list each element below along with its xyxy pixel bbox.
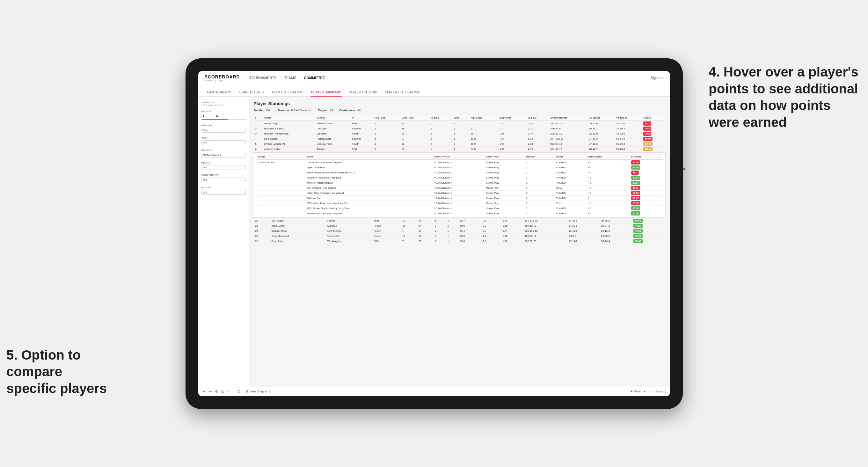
watch-chevron: ▾ [644, 390, 645, 393]
logo-sub: Powered by clippd [205, 80, 240, 82]
nav-items: TOURNAMENTS TEAMS COMMITTEE [250, 74, 325, 81]
annotation-right: 4. Hover over a player's points to see a… [709, 64, 862, 131]
hover-col-points: W Points [629, 154, 663, 160]
col-avg-par: Avg to Par [498, 115, 526, 121]
col-vs50: Vs Top 50 [615, 115, 642, 121]
no-rds-min-input[interactable] [202, 114, 210, 118]
share-button[interactable]: ↑ Share [651, 389, 665, 394]
hover-points-badge[interactable]: 73.33 [631, 176, 641, 180]
points-badge[interactable]: 76.2 [643, 127, 651, 131]
player-label: Player [202, 186, 246, 189]
tab-team-h2h-heatmap[interactable]: TEAM H2H HEATMAP [271, 89, 304, 97]
copy-icon[interactable]: ⧉ [221, 390, 224, 394]
tab-player-h2h-grid[interactable]: PLAYER H2H GRID [348, 89, 378, 97]
redo-icon[interactable]: ↪ [209, 390, 212, 394]
slider-fill [202, 119, 228, 120]
page-title: Player Standings [254, 101, 665, 106]
filter-region: Region: All [318, 109, 333, 112]
undo-icon[interactable]: ↩ [203, 390, 206, 394]
slider-track[interactable] [202, 119, 246, 120]
col-avg-sg: Avg SG [526, 115, 549, 121]
points-badge[interactable]: 58.18 [643, 147, 652, 151]
points-badge[interactable]: 38.49 [633, 239, 643, 243]
conference-section: Conference (All) [202, 174, 246, 182]
col-wins: Wins [452, 115, 469, 121]
filter-division: Division: NCAA Division I [278, 109, 312, 112]
tab-team-summary[interactable]: TEAM SUMMARY [205, 89, 232, 97]
no-rds-max-input[interactable] [215, 114, 223, 118]
watch-button[interactable]: 👁 Watch ▾ [628, 389, 647, 394]
hover-points-badge[interactable]: 16.50 [631, 191, 641, 195]
main-content: Update time: 27/03/2024 16:56:26 No Rds.… [198, 97, 670, 387]
more-icon[interactable]: ⋯ [227, 390, 230, 394]
col-points: Points [642, 115, 665, 121]
conference-select[interactable]: (All) [202, 178, 246, 182]
hover-points-badge[interactable]: 22.64 [631, 160, 641, 164]
sidebar: Update time: 27/03/2024 16:56:26 No Rds.… [198, 97, 249, 387]
hover-table-row: Southern Highlands Collegiate NCAA Divis… [257, 175, 663, 180]
clock-icon[interactable]: ⏱ [237, 390, 241, 393]
region-select[interactable]: N/A [202, 165, 246, 170]
division-section: Division NCAA Division I [202, 149, 246, 157]
hover-points-badge[interactable]: 66.40 [631, 211, 641, 216]
hover-col-status: Status [554, 154, 587, 160]
sign-out-link[interactable]: Sign out [651, 76, 663, 80]
nav-teams[interactable]: TEAMS [284, 74, 296, 81]
points-badge[interactable]: 60.49 [643, 142, 652, 146]
tab-player-summary[interactable]: PLAYER SUMMARY [310, 89, 342, 97]
table-row: 25 Cole Sherwood Vanderbilt Fourth 12 23… [254, 234, 665, 239]
hover-table-row: Wake Forest Invitational at Pinehurst No… [257, 170, 663, 175]
hover-points-badge[interactable]: 57.57 [631, 181, 641, 185]
bottom-bar: ↩ ↪ ⚙ ⧉ ⋯ ⏱ ⊞ View: Original 👁 Watch ▾ ↑… [198, 387, 670, 396]
hover-points-badge[interactable]: 48.7 [631, 170, 639, 175]
tab-player-h2h-heatmap[interactable]: PLAYER H2H HEATMAP [384, 89, 421, 97]
points-badge[interactable]: 39.95 [633, 234, 643, 238]
hover-points-badge[interactable]: 56.38 [631, 206, 641, 210]
hover-points-badge[interactable]: 25.38 [631, 201, 641, 205]
separator [234, 389, 234, 394]
hover-points-badge[interactable]: 24.11 [631, 186, 641, 190]
hover-points-badge[interactable]: 30.47 [631, 196, 641, 200]
nav-tournaments[interactable]: TOURNAMENTS [250, 74, 277, 81]
hover-table-row: Tiger Invitational NCAA Division I Strok… [257, 165, 663, 170]
annotation-left: 5. Option to compare specific players [6, 347, 115, 397]
table-header-row: # Player School Yr Reg Rank Conf Rank No… [254, 115, 665, 121]
share-icon: ↑ [653, 390, 654, 393]
player-section: Player (All) [202, 186, 246, 195]
table-row: 26 Petr Hruby Washington Fifth 7 23 0 1 … [254, 239, 665, 244]
points-badge[interactable]: 88.2 [643, 121, 651, 126]
col-vs25: Vs Top 25 [587, 115, 615, 121]
hover-col-div: Event Division [432, 154, 485, 160]
points-badge[interactable]: 66.94 [643, 137, 652, 141]
player-select[interactable]: (All) [202, 190, 246, 195]
points-badge[interactable]: 40.27 [633, 224, 643, 228]
tab-bar: TEAM SUMMARY TEAM H2H GRID TEAM H2H HEAT… [198, 85, 670, 97]
settings-icon[interactable]: ⚙ [215, 390, 218, 394]
hover-details-panel: Player Event Event Division Event Type R… [254, 152, 665, 218]
points-badge[interactable]: 70.2 [643, 132, 651, 136]
col-yr: Yr [350, 115, 373, 121]
conference-label: Conference [202, 174, 246, 177]
col-player: Player [262, 115, 315, 121]
gender-select[interactable]: Men [202, 128, 246, 133]
table-row: 5 Christo Lamprecht Georgia Tech Fourth … [254, 141, 665, 146]
view-button[interactable]: ⊞ View: Original [244, 389, 270, 394]
tab-team-h2h-grid[interactable]: TEAM H2H GRID [238, 89, 264, 97]
col-adj-score: Adj. Score [469, 115, 498, 121]
division-label: Division [202, 149, 246, 152]
year-select[interactable]: (All) [202, 140, 246, 145]
division-select[interactable]: NCAA Division I [202, 153, 246, 157]
nav-committee[interactable]: COMMITTEE [304, 74, 325, 81]
filter-gender: Gender: Men [254, 109, 272, 112]
points-badge[interactable]: 40.02 [633, 229, 643, 233]
hover-table: Player Event Event Division Event Type R… [257, 154, 663, 216]
hover-header-row: Player Event Event Division Event Type R… [257, 154, 663, 160]
col-reg-rank: Reg Rank [373, 115, 400, 121]
view-icon: ⊞ [246, 390, 249, 393]
hover-points-badge[interactable]: 53.60 [631, 165, 641, 169]
points-badge[interactable]: 60.68 [633, 219, 643, 223]
update-time: Update time: 27/03/2024 16:56:26 [202, 101, 246, 107]
logo-title: SCOREBOARD [205, 74, 240, 80]
hover-table-row: Mirobel Maui Jim Intercollegiate NCAA Di… [257, 211, 663, 216]
no-rds-label: No Rds. [202, 110, 246, 113]
